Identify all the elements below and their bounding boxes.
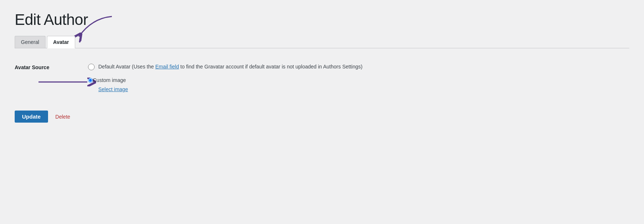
delete-button[interactable]: Delete [55, 114, 70, 120]
custom-image-radio[interactable] [88, 78, 93, 83]
form-actions: Update Delete [15, 107, 629, 123]
custom-image-wrapper: Custom image Select image [88, 76, 418, 92]
avatar-source-label: Avatar Source [15, 63, 88, 70]
tab-avatar-label: Avatar [53, 39, 69, 45]
custom-image-radio-row: Custom image [88, 76, 418, 84]
select-image-link[interactable]: Select image [98, 86, 418, 92]
update-button[interactable]: Update [15, 111, 48, 123]
default-avatar-label[interactable]: Default Avatar (Uses the Email field to … [98, 63, 362, 71]
default-label-prefix: Default Avatar (Uses the [98, 64, 155, 70]
tab-general-label: General [21, 39, 39, 45]
default-avatar-option: Default Avatar (Uses the Email field to … [88, 63, 418, 71]
tabs-container: General Avatar [15, 36, 629, 48]
email-field-link[interactable]: Email field [155, 64, 179, 70]
default-label-suffix: to find the Gravatar account if default … [179, 64, 362, 70]
avatar-source-section: Avatar Source Default Avatar (Uses the E… [15, 59, 629, 96]
page-title: Edit Author [15, 11, 629, 29]
custom-image-label[interactable]: Custom image [93, 76, 126, 84]
tab-general[interactable]: General [15, 36, 45, 48]
tab-avatar[interactable]: Avatar [47, 36, 75, 48]
form-content: Default Avatar (Uses the Email field to … [88, 63, 418, 92]
custom-image-arrow [37, 76, 92, 87]
default-avatar-radio[interactable] [88, 64, 95, 70]
